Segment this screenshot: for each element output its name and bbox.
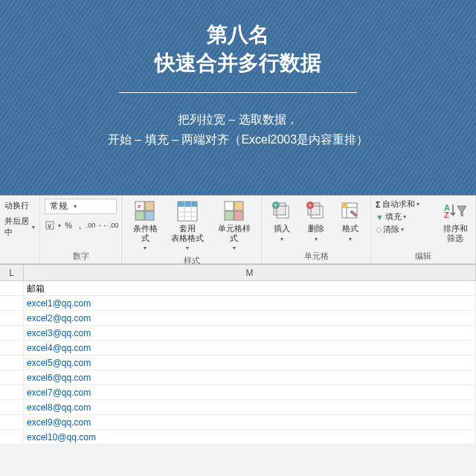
cell[interactable] — [0, 400, 24, 414]
editing-group: Σ 自动求和 ▾ ▼ 填充 ▾ ◇ 清除 ▾ AZ 排序和筛选 编辑 — [371, 196, 476, 263]
chevron-down-icon: ▾ — [403, 213, 406, 220]
email-cell[interactable]: excel3@qq.com — [24, 326, 476, 340]
svg-rect-8 — [178, 202, 197, 207]
svg-rect-5 — [145, 211, 154, 220]
alignment-group-partial: 动换行 并后居中▾ — [0, 196, 40, 263]
table-row: excel4@qq.com — [0, 341, 476, 356]
cell[interactable] — [0, 326, 24, 340]
comma-icon[interactable]: ， — [76, 219, 85, 232]
svg-rect-16 — [234, 211, 243, 220]
cell-styles-icon — [223, 200, 245, 222]
fill-down-icon: ▼ — [376, 213, 384, 222]
fill-button[interactable]: ▼ 填充 ▾ — [376, 211, 437, 222]
conditional-format-button[interactable]: ≠ 条件格式▾ — [126, 199, 164, 254]
cell[interactable] — [0, 370, 24, 385]
col-header-L[interactable]: L — [0, 265, 24, 280]
svg-rect-14 — [234, 202, 243, 210]
subtitle: 把列拉宽 – 选取数据， 开始 – 填充 – 两端对齐（Excel2003是内容… — [30, 109, 446, 149]
cell[interactable] — [0, 296, 24, 310]
format-icon — [339, 200, 361, 222]
insert-icon: + — [271, 200, 293, 222]
table-row: excel8@qq.com — [0, 400, 476, 415]
format-table-button[interactable]: 套用表格格式 ▾ — [167, 199, 208, 254]
currency-icon[interactable]: ¥ — [45, 219, 55, 232]
ribbon: 动换行 并后居中▾ 常规▾ ¥ ▾ % ， .00→ ←.00 数字 — [0, 196, 476, 264]
insert-button[interactable]: + 插入▾ — [266, 199, 298, 244]
table-row: excel10@qq.com — [0, 430, 476, 445]
merge-center-button[interactable]: 并后居中▾ — [4, 216, 35, 238]
increase-decimal-icon[interactable]: .00→ — [87, 219, 100, 232]
chevron-down-icon: ▾ — [315, 236, 318, 242]
group-label: 单元格 — [262, 249, 370, 263]
table-row: excel3@qq.com — [0, 326, 476, 341]
group-label: 样式 — [122, 254, 261, 268]
svg-text:×: × — [308, 202, 312, 209]
email-cell[interactable]: excel6@qq.com — [24, 370, 476, 385]
autosum-button[interactable]: Σ 自动求和 ▾ — [376, 199, 437, 210]
number-group: 常规▾ ¥ ▾ % ， .00→ ←.00 数字 — [40, 196, 122, 263]
group-label — [0, 260, 39, 263]
format-button[interactable]: 格式▾ — [335, 199, 366, 244]
chevron-down-icon: ▾ — [58, 222, 61, 229]
wrap-text-button[interactable]: 动换行 — [4, 200, 29, 211]
sort-filter-button[interactable]: AZ 排序和筛选 — [440, 199, 471, 244]
table-row: excel7@qq.com — [0, 385, 476, 400]
svg-rect-4 — [135, 211, 144, 220]
sort-filter-icon: AZ — [444, 200, 466, 222]
cell[interactable] — [0, 415, 24, 429]
eraser-icon: ◇ — [376, 225, 382, 234]
group-label: 数字 — [40, 249, 121, 263]
cell[interactable] — [0, 385, 24, 399]
svg-text:¥: ¥ — [47, 222, 52, 230]
email-cell[interactable]: excel4@qq.com — [24, 341, 476, 355]
cell[interactable] — [0, 430, 24, 444]
table-row: excel5@qq.com — [0, 356, 476, 370]
email-cell[interactable]: excel2@qq.com — [24, 311, 476, 325]
chevron-down-icon: ▾ — [349, 236, 352, 242]
svg-text:Z: Z — [444, 210, 449, 219]
chevron-down-icon: ▾ — [74, 203, 77, 210]
email-cell[interactable]: excel5@qq.com — [24, 356, 476, 370]
svg-rect-32 — [342, 203, 347, 208]
svg-rect-3 — [145, 202, 154, 210]
header-cell[interactable]: 邮箱 — [24, 281, 476, 295]
cell[interactable] — [0, 281, 24, 295]
decrease-decimal-icon[interactable]: ←.00 — [103, 219, 117, 232]
number-format-combo[interactable]: 常规▾ — [45, 199, 117, 214]
delete-button[interactable]: × 删除▾ — [300, 199, 332, 244]
cell[interactable] — [0, 341, 24, 355]
styles-group: ≠ 条件格式▾ 套用表格格式 ▾ 单元格样式▾ 样式 — [122, 196, 262, 263]
email-cell[interactable]: excel7@qq.com — [24, 385, 476, 399]
cell-styles-button[interactable]: 单元格样式▾ — [211, 199, 257, 254]
conditional-format-icon: ≠ — [134, 200, 156, 222]
spreadsheet-grid[interactable]: L M 邮箱excel1@qq.comexcel2@qq.comexcel3@q… — [0, 264, 476, 445]
svg-text:+: + — [274, 202, 277, 209]
page-title: 第八名 快速合并多行数据 — [30, 21, 446, 77]
chevron-down-icon: ▾ — [401, 226, 404, 233]
email-cell[interactable]: excel9@qq.com — [24, 415, 476, 429]
table-row: excel9@qq.com — [0, 415, 476, 430]
email-cell[interactable]: excel8@qq.com — [24, 400, 476, 414]
hero: 第八名 快速合并多行数据 把列拉宽 – 选取数据， 开始 – 填充 – 两端对齐… — [0, 0, 476, 149]
chevron-down-icon: ▾ — [416, 201, 419, 208]
percent-icon[interactable]: % — [64, 219, 73, 232]
chevron-down-icon: ▾ — [233, 245, 236, 251]
svg-rect-13 — [225, 202, 234, 210]
email-cell[interactable]: excel10@qq.com — [24, 430, 476, 444]
table-row: 邮箱 — [0, 281, 476, 296]
email-cell[interactable]: excel1@qq.com — [24, 296, 476, 310]
chevron-down-icon: ▾ — [186, 245, 189, 251]
cell[interactable] — [0, 311, 24, 325]
title-line-1: 第八名 — [207, 23, 269, 46]
chevron-down-icon: ▾ — [280, 236, 283, 242]
clear-button[interactable]: ◇ 清除 ▾ — [376, 224, 437, 235]
cells-group: + 插入▾ × 删除▾ 格式▾ 单元格 — [262, 196, 371, 263]
delete-icon: × — [305, 200, 327, 222]
table-row: excel1@qq.com — [0, 296, 476, 311]
divider — [119, 92, 357, 93]
chevron-down-icon: ▾ — [32, 224, 35, 231]
sub-line-1: 把列拉宽 – 选取数据， — [178, 113, 298, 126]
title-line-2: 快速合并多行数据 — [155, 51, 321, 74]
cell[interactable] — [0, 356, 24, 370]
rows-container: 邮箱excel1@qq.comexcel2@qq.comexcel3@qq.co… — [0, 281, 476, 445]
